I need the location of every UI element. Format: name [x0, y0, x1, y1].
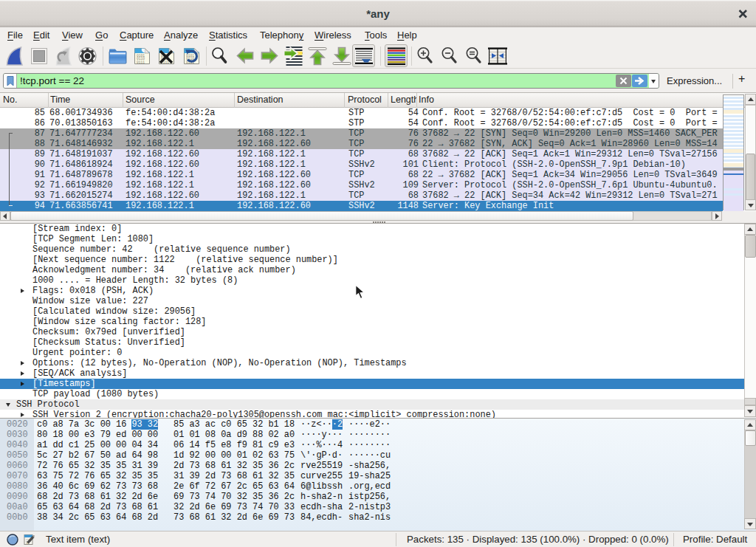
svg-text:0111: 0111	[137, 61, 145, 64]
